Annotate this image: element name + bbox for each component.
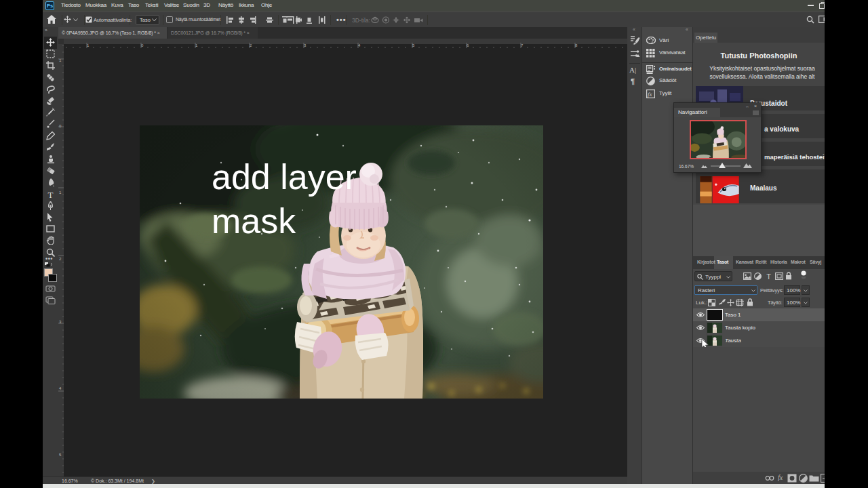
svg-text:7: 7 xyxy=(521,43,524,47)
svg-text:6: 6 xyxy=(467,43,469,47)
svg-text:2: 2 xyxy=(250,43,252,47)
svg-text:T: T xyxy=(48,190,54,199)
svg-text:1: 1 xyxy=(195,43,198,47)
svg-text:add layer: add layer xyxy=(212,157,357,197)
svg-text:5: 5 xyxy=(59,453,62,457)
svg-text:fx: fx xyxy=(648,91,652,98)
svg-text:3: 3 xyxy=(304,43,307,47)
svg-text:4: 4 xyxy=(358,43,361,47)
svg-text:2: 2 xyxy=(59,257,62,261)
svg-text:T: T xyxy=(766,272,771,280)
svg-text:0: 0 xyxy=(141,43,144,47)
svg-text:mask: mask xyxy=(212,201,296,241)
svg-text:8: 8 xyxy=(575,43,578,47)
svg-text:5: 5 xyxy=(412,43,415,47)
svg-text:1: 1 xyxy=(87,43,90,47)
svg-text:1: 1 xyxy=(59,190,62,195)
svg-text:0: 0 xyxy=(59,124,62,128)
svg-text:4: 4 xyxy=(59,386,62,390)
